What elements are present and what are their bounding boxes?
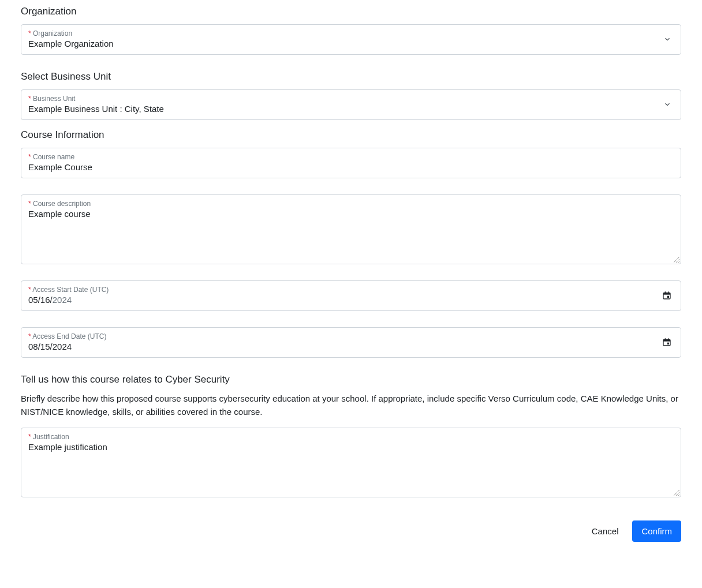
course-description-textarea[interactable] [28, 209, 674, 255]
resize-handle-icon [673, 256, 679, 263]
justification-field[interactable]: * Justification [21, 428, 681, 497]
access-start-date-field[interactable]: * Access Start Date (UTC) 05/16/2024 [21, 280, 681, 311]
course-name-input[interactable] [28, 162, 674, 172]
business-unit-value: Example Business Unit : City, State [28, 104, 659, 114]
svg-rect-4 [663, 293, 670, 294]
organization-select[interactable]: * Organization Example Organization [21, 24, 681, 55]
svg-rect-7 [667, 295, 669, 297]
cancel-button[interactable]: Cancel [582, 520, 628, 542]
svg-line-1 [676, 259, 679, 263]
course-description-field[interactable]: * Course description [21, 194, 681, 264]
business-unit-select[interactable]: * Business Unit Example Business Unit : … [21, 89, 681, 120]
justification-label: * Justification [28, 433, 674, 441]
svg-line-14 [676, 492, 679, 496]
button-row: Cancel Confirm [21, 520, 681, 542]
organization-label: * Organization [28, 29, 659, 38]
chevron-down-icon [663, 100, 671, 108]
confirm-button[interactable]: Confirm [632, 520, 681, 542]
business-unit-section-title: Select Business Unit [21, 71, 681, 83]
cyber-section-title: Tell us how this course relates to Cyber… [21, 374, 681, 385]
calendar-icon[interactable] [662, 338, 671, 347]
svg-line-13 [674, 490, 679, 496]
organization-section-title: Organization [21, 6, 681, 17]
svg-line-0 [674, 257, 679, 263]
justification-textarea[interactable] [28, 442, 674, 488]
access-end-date-value: 08/15/2024 [28, 342, 662, 351]
access-end-date-field[interactable]: * Access End Date (UTC) 08/15/2024 [21, 327, 681, 358]
svg-rect-12 [667, 342, 669, 344]
access-start-date-label: * Access Start Date (UTC) [28, 286, 662, 294]
access-start-date-value: 05/16/2024 [28, 295, 662, 305]
calendar-icon[interactable] [662, 291, 671, 300]
access-end-date-label: * Access End Date (UTC) [28, 332, 662, 340]
svg-rect-9 [663, 339, 670, 341]
cyber-helper-text: Briefly describe how this proposed cours… [21, 392, 681, 418]
course-name-label: * Course name [28, 153, 674, 161]
course-info-section-title: Course Information [21, 129, 681, 141]
svg-line-2 [678, 261, 679, 263]
resize-handle-icon [673, 489, 679, 496]
course-description-label: * Course description [28, 200, 674, 208]
svg-line-15 [678, 495, 679, 496]
chevron-down-icon [663, 35, 671, 43]
business-unit-label: * Business Unit [28, 95, 659, 103]
course-name-field[interactable]: * Course name [21, 148, 681, 178]
organization-value: Example Organization [28, 39, 659, 48]
